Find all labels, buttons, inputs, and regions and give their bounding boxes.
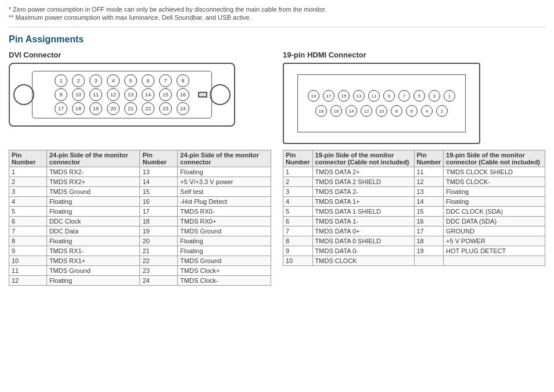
dvi-cell: 17 <box>140 207 178 217</box>
dvi-row-2: 9 10 11 12 13 14 15 16 <box>55 88 189 101</box>
hdmi-table-row: 4TMDS DATA 1+14Floating <box>283 197 545 207</box>
dvi-cell: 18 <box>140 217 178 226</box>
dvi-cell: 10 <box>9 256 47 266</box>
dvi-left-mount <box>13 84 34 105</box>
dvi-cell: TMDS Ground <box>178 226 271 236</box>
dvi-table-row: 4Floating16-Hot Plug Detect <box>9 197 271 207</box>
hdmi-cell: 13 <box>414 187 444 197</box>
dvi-cell: 20 <box>140 236 178 246</box>
hdmi-cell: DDC DATA (SDA) <box>444 217 545 226</box>
hdmi-cell: TMDS DATA 0+ <box>312 226 414 236</box>
hdmi-cell: 4 <box>283 197 313 207</box>
dvi-pin-21: 21 <box>124 102 137 115</box>
dvi-cell: 12 <box>9 276 47 286</box>
hdmi-table-row: 9TMDS DATA 0-19HOT PLUG DETECT <box>283 246 545 256</box>
hdmi-table-row: 2TMDS DATA 2 SHIELD12TMDS CLOCK- <box>283 177 545 187</box>
dvi-table-row: 10TMDS RX1+22TMDS Ground <box>9 256 271 266</box>
dvi-table-row: 8Floating20Floating <box>9 236 271 246</box>
dvi-cell: TMDS Ground <box>46 266 140 276</box>
dvi-cell: Floating <box>178 236 271 246</box>
dvi-table-section: Pin Number 24-pin Side of the monitor co… <box>9 150 271 286</box>
dvi-pin-13: 13 <box>124 88 137 101</box>
dvi-table-row: 5Floating17TMDS RX0- <box>9 207 271 217</box>
dvi-pin-14: 14 <box>142 88 154 101</box>
dvi-cell: Floating <box>46 207 140 217</box>
hdmi-cell: 17 <box>414 226 444 236</box>
dvi-right-mount <box>210 84 231 105</box>
dvi-pin-5: 5 <box>124 74 137 87</box>
hdmi-cell: 19 <box>414 246 444 256</box>
note-line1: * Zero power consumption in OFF mode can… <box>9 6 545 13</box>
hdmi-cell: TMDS DATA 1+ <box>312 197 414 207</box>
dvi-table: Pin Number 24-pin Side of the monitor co… <box>9 150 271 286</box>
dvi-pin-10: 10 <box>72 88 85 101</box>
hdmi-cell: 18 <box>414 236 444 246</box>
dvi-cell: 19 <box>140 226 178 236</box>
dvi-cell: TMDS RX1+ <box>46 256 140 266</box>
dvi-cell: 9 <box>9 246 47 256</box>
dvi-table-row: 12Floating24TMDS Clock- <box>9 276 271 286</box>
hdmi-cell: TMDS CLOCK <box>312 256 414 266</box>
dvi-table-row: 9TMDS RX1-21Floating <box>9 246 271 256</box>
dvi-cell: 23 <box>140 266 178 276</box>
dvi-pin-16: 16 <box>177 88 189 101</box>
hdmi-pin-17: 17 <box>323 90 334 102</box>
dvi-cell: 7 <box>9 226 47 236</box>
hdmi-cell: 14 <box>414 197 444 207</box>
hdmi-th-pin2: PinNumber <box>414 150 444 167</box>
dvi-cell: DDC Data <box>46 226 140 236</box>
dvi-cell: Floating <box>178 246 271 256</box>
hdmi-pin-7: 7 <box>398 90 410 102</box>
dvi-pin-15: 15 <box>159 88 172 101</box>
dvi-th-pin1: Pin Number <box>9 150 47 167</box>
hdmi-cell: TMDS DATA 1 SHIELD <box>312 207 414 217</box>
dvi-cell: TMDS RX0- <box>178 207 271 217</box>
hdmi-row-1: 19 17 15 13 11 9 7 5 3 1 <box>308 90 455 102</box>
dvi-pin-18: 18 <box>72 102 85 115</box>
dvi-cell: 22 <box>140 256 178 266</box>
dvi-cell: TMDS RX2- <box>46 167 140 177</box>
dvi-cell: 21 <box>140 246 178 256</box>
hdmi-table-row: 7TMDS DATA 0+17GROUND <box>283 226 545 236</box>
dvi-diagram: 1 2 3 4 5 6 7 8 9 10 11 12 13 <box>9 63 235 127</box>
hdmi-pin-4: 4 <box>421 105 433 117</box>
hdmi-cell: 12 <box>414 177 444 187</box>
connectors-row: DVI Connector 1 2 3 4 5 6 7 <box>9 51 545 144</box>
dvi-table-row: 6DDC Clock18TMDS RX0+ <box>9 217 271 226</box>
hdmi-table-row: 8TMDS DATA 0 SHIELD18+5 V POWER <box>283 236 545 246</box>
dvi-cell: TMDS RX2+ <box>46 177 140 187</box>
hdmi-cell: TMDS CLOCK SHIELD <box>444 167 545 177</box>
dvi-cell: TMDS Clock- <box>178 276 271 286</box>
hdmi-cell: TMDS DATA 2+ <box>312 167 414 177</box>
top-notes: * Zero power consumption in OFF mode can… <box>9 6 545 27</box>
hdmi-cell: TMDS DATA 1- <box>312 217 414 226</box>
hdmi-pin-11: 11 <box>368 90 380 102</box>
dvi-cell: 4 <box>9 197 47 207</box>
dvi-cell: -Hot Plug Detect <box>178 197 271 207</box>
hdmi-table-row: 6TMDS DATA 1-16DDC DATA (SDA) <box>283 217 545 226</box>
hdmi-row-2: 18 16 14 12 10 8 6 4 2 <box>315 105 448 117</box>
dvi-cell: 5 <box>9 207 47 217</box>
dvi-cell: Floating <box>46 197 140 207</box>
dvi-pin-22: 22 <box>142 102 154 115</box>
hdmi-pin-1: 1 <box>444 90 455 102</box>
hdmi-th-side1: 19-pin Side of the monitor connector (Ca… <box>312 150 414 167</box>
dvi-pin-8: 8 <box>177 74 189 87</box>
dvi-pin-9: 9 <box>55 88 67 101</box>
hdmi-cell: 8 <box>283 236 313 246</box>
hdmi-cell: TMDS DATA 2- <box>312 187 414 197</box>
hdmi-cell: 1 <box>283 167 313 177</box>
dvi-pin-1: 1 <box>55 74 67 87</box>
dvi-cell: Floating <box>46 276 140 286</box>
hdmi-connector-block: 19-pin HDMI Connector 19 17 15 13 11 9 7… <box>283 51 545 144</box>
hdmi-pin-10: 10 <box>376 105 387 117</box>
hdmi-table-row: 1TMDS DATA 2+11TMDS CLOCK SHIELD <box>283 167 545 177</box>
hdmi-cell: GROUND <box>444 226 545 236</box>
dvi-pin-7: 7 <box>159 74 172 87</box>
dvi-inner-box: 1 2 3 4 5 6 7 8 9 10 11 12 13 <box>32 71 212 118</box>
dvi-pin-19: 19 <box>89 102 102 115</box>
hdmi-table-row: 3TMDS DATA 2-13Floating <box>283 187 545 197</box>
dvi-table-row: 3TMDS Ground15Self test <box>9 187 271 197</box>
dvi-cell: DDC Clock <box>46 217 140 226</box>
dvi-table-row: 11TMDS Ground23TMDS Clock+ <box>9 266 271 276</box>
